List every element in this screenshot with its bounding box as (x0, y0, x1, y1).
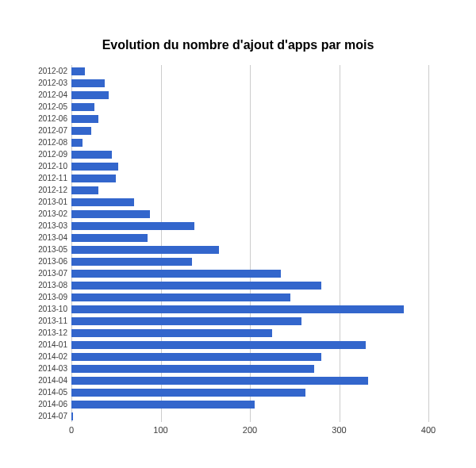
y-tick-label: 2013-04 (20, 234, 67, 242)
y-tick-label: 2014-04 (20, 377, 67, 385)
bar (71, 353, 321, 361)
bar (71, 222, 194, 230)
y-tick-label: 2013-07 (20, 270, 67, 278)
y-tick-label: 2012-12 (20, 186, 67, 194)
y-tick-label: 2012-03 (20, 79, 67, 87)
y-tick-label: 2013-10 (20, 305, 67, 313)
bar (71, 163, 118, 171)
bar (71, 341, 366, 349)
y-tick-label: 2012-05 (20, 103, 67, 111)
y-tick-label: 2013-01 (20, 198, 67, 206)
y-tick-label: 2012-06 (20, 115, 67, 123)
y-tick-label: 2014-03 (20, 365, 67, 373)
bar (71, 377, 368, 385)
bar (71, 186, 98, 194)
bar (71, 67, 85, 75)
y-tick-label: 2012-02 (20, 67, 67, 75)
bar (71, 401, 255, 409)
y-tick-label: 2012-07 (20, 127, 67, 135)
y-tick-label: 2012-10 (20, 163, 67, 171)
bar (71, 246, 219, 254)
bar (71, 198, 134, 206)
chart-container: Evolution du nombre d'ajout d'apps par m… (0, 0, 476, 468)
y-tick-label: 2013-08 (20, 282, 67, 290)
chart-title: Evolution du nombre d'ajout d'apps par m… (0, 38, 476, 52)
bar (71, 127, 91, 135)
bar (71, 329, 272, 337)
y-tick-label: 2014-07 (20, 412, 67, 420)
y-tick-label: 2013-09 (20, 293, 67, 301)
gridline (340, 65, 340, 422)
y-tick-label: 2012-11 (20, 175, 67, 182)
bar (71, 389, 305, 397)
bar (71, 282, 321, 290)
bar (71, 258, 192, 266)
bar (71, 79, 105, 87)
x-tick-label: 0 (69, 425, 74, 435)
bar (71, 115, 98, 123)
bar (71, 412, 73, 420)
bar (71, 305, 404, 313)
bar (71, 151, 112, 159)
x-tick-label: 300 (332, 425, 346, 435)
x-tick-label: 100 (153, 425, 167, 435)
y-tick-label: 2013-11 (20, 317, 67, 325)
bar (71, 365, 314, 373)
y-tick-label: 2013-12 (20, 329, 67, 337)
x-tick-label: 400 (421, 425, 436, 435)
y-tick-label: 2012-09 (20, 151, 67, 159)
y-tick-label: 2013-06 (20, 258, 67, 266)
y-tick-label: 2012-08 (20, 139, 67, 147)
bar (71, 175, 116, 182)
y-tick-label: 2013-03 (20, 222, 67, 230)
plot-area (71, 65, 428, 422)
bar (71, 103, 94, 111)
bar (71, 317, 301, 325)
bar (71, 234, 148, 242)
bar (71, 210, 150, 218)
gridline (428, 65, 429, 422)
y-tick-label: 2014-01 (20, 341, 67, 349)
x-tick-label: 200 (243, 425, 257, 435)
bar (71, 139, 83, 147)
bar (71, 91, 109, 99)
bar (71, 293, 290, 301)
y-tick-label: 2014-06 (20, 401, 67, 409)
y-tick-label: 2013-02 (20, 210, 67, 218)
y-tick-label: 2014-05 (20, 389, 67, 397)
y-tick-label: 2014-02 (20, 353, 67, 361)
y-tick-label: 2012-04 (20, 91, 67, 99)
bar (71, 270, 281, 278)
y-tick-label: 2013-05 (20, 246, 67, 254)
